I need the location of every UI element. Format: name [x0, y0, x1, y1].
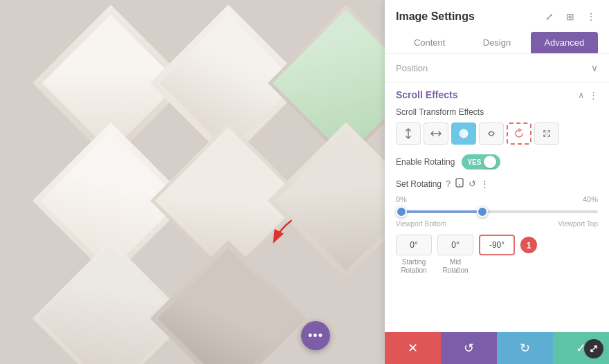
grid-icon[interactable]: ⊞ [563, 10, 577, 24]
end-rotation-input[interactable] [479, 235, 515, 255]
panel-body: Position ∨ Scroll Effects ∧ ⋮ Scroll Tra… [385, 54, 609, 332]
cancel-button[interactable]: ✕ [385, 332, 441, 364]
tab-design[interactable]: Design [463, 32, 530, 53]
scroll-collapse-btn[interactable]: ∧ [578, 90, 585, 100]
transform-btn-scale[interactable] [534, 122, 559, 145]
step-badge-1: 1 [520, 237, 537, 253]
enable-rotating-row: Enable Rotating YES [396, 154, 598, 170]
slider-fill [396, 210, 477, 213]
position-title: Position [396, 63, 428, 73]
toggle-yes-text: YES [467, 158, 481, 166]
panel-header: Image Settings ⤢ ⊞ ⋮ Content Design Adva… [385, 0, 609, 54]
position-section: Position ∨ [385, 54, 609, 82]
end-rotation-field [479, 235, 515, 255]
mid-rotation-label: MidRotation [442, 258, 468, 275]
slider-track-container[interactable] [396, 205, 598, 219]
red-arrow [263, 215, 298, 249]
enable-rotating-label: Enable Rotating [396, 157, 455, 167]
toggle-knob [484, 156, 496, 168]
diamond-3 [268, 5, 385, 161]
starting-rotation-label: StartingRotation [401, 258, 426, 275]
slider-area: 0% 40% Viewport Bottom Viewport Top [396, 195, 598, 228]
svg-point-4 [459, 184, 460, 185]
enable-rotating-toggle[interactable]: YES [462, 154, 500, 170]
panel-title: Image Settings [396, 10, 475, 23]
transform-btn-vertical[interactable] [396, 122, 421, 145]
transform-btn-horizontal[interactable] [424, 122, 448, 145]
slider-left-label: 0% [396, 195, 407, 203]
tab-advanced[interactable]: Advanced [531, 32, 598, 53]
tab-content[interactable]: Content [396, 32, 463, 53]
diamond-grid [14, 14, 367, 353]
redo-button[interactable]: ↻ [497, 332, 553, 364]
reset-icon[interactable]: ↺ [469, 179, 476, 189]
diamond-6 [268, 122, 385, 279]
viewport-top-label: Viewport Top [558, 220, 598, 228]
panel-tabs: Content Design Advanced [396, 32, 598, 53]
slider-thumb-right[interactable] [477, 206, 488, 217]
expand-icon[interactable]: ⤢ [543, 10, 556, 24]
transform-effects-label: Scroll Transform Effects [396, 107, 598, 117]
scroll-effects-header: Scroll Effects ∧ ⋮ [396, 89, 598, 100]
rotating-more-icon[interactable]: ⋮ [480, 179, 489, 189]
set-rotating-row: Set Rotating ? ↺ ⋮ [396, 178, 598, 190]
scroll-effects-section: Scroll Effects ∧ ⋮ Scroll Transform Effe… [385, 82, 609, 282]
device-icon[interactable] [455, 178, 464, 190]
resize-handle-icon [584, 339, 603, 358]
settings-panel: Image Settings ⤢ ⊞ ⋮ Content Design Adva… [385, 0, 609, 364]
svg-point-2 [545, 132, 548, 135]
slider-thumb-left[interactable] [396, 206, 407, 217]
transform-btn-opacity[interactable] [451, 122, 476, 145]
panel-footer: ✕ ↺ ↻ ✓ [385, 332, 609, 364]
svg-rect-3 [456, 179, 463, 187]
transform-btn-rotate[interactable] [507, 122, 531, 145]
position-header[interactable]: Position ∨ [385, 54, 609, 82]
scroll-effects-title: Scroll Effects [396, 89, 457, 100]
diamond-8 [150, 240, 307, 364]
help-icon[interactable]: ? [446, 179, 451, 189]
position-chevron: ∨ [591, 62, 598, 73]
rotation-inputs: StartingRotation MidRotation 1 [396, 235, 598, 275]
more-icon[interactable]: ⋮ [584, 10, 598, 24]
canvas-area: ••• [0, 0, 385, 364]
starting-rotation-field: StartingRotation [396, 235, 432, 275]
slider-track [396, 210, 598, 213]
viewport-bottom-label: Viewport Bottom [396, 220, 446, 228]
set-rotating-label: Set Rotating [396, 179, 442, 189]
scroll-effects-controls: ∧ ⋮ [578, 90, 598, 100]
mid-rotation-input[interactable] [437, 235, 473, 255]
mid-rotation-field: MidRotation [437, 235, 473, 275]
slider-right-label: 40% [583, 195, 598, 203]
starting-rotation-input[interactable] [396, 235, 432, 255]
scroll-more-btn[interactable]: ⋮ [589, 90, 598, 100]
floating-menu-button[interactable]: ••• [301, 321, 330, 350]
undo-button[interactable]: ↺ [441, 332, 497, 364]
panel-icon-group: ⤢ ⊞ ⋮ [543, 10, 598, 24]
transform-buttons-group [396, 122, 598, 145]
transform-btn-blur[interactable] [479, 122, 504, 145]
